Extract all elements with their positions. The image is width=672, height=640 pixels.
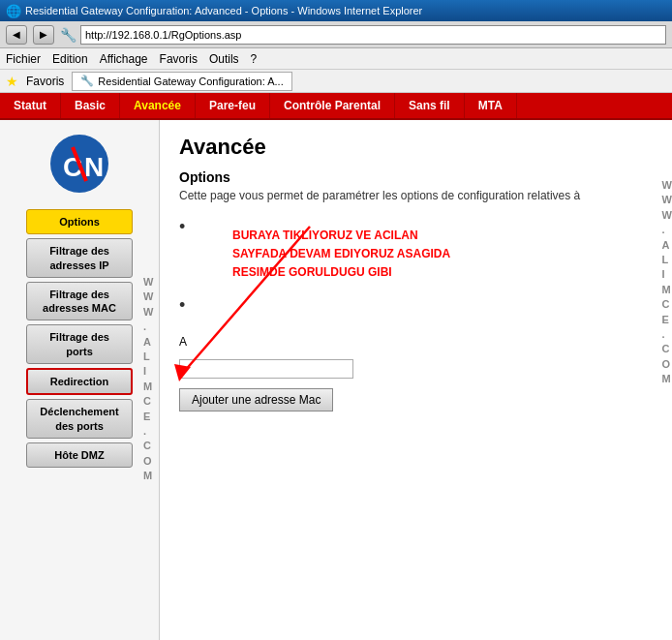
- menu-affichage[interactable]: Affichage: [100, 52, 148, 66]
- back-button[interactable]: ◀: [6, 25, 27, 45]
- mac-address-input[interactable]: [179, 359, 353, 379]
- favorites-star-icon: ★: [6, 74, 18, 89]
- sidebar-btn-filtrage-mac[interactable]: Filtrage des adresses MAC: [26, 282, 133, 321]
- main-content: Avancée Options Cette page vous permet d…: [160, 120, 672, 640]
- favorites-bar: ★ Favoris 🔧 Residential Gateway Configur…: [0, 70, 672, 93]
- address-input[interactable]: [80, 25, 666, 45]
- tab-sans-fil[interactable]: Sans fil: [395, 93, 465, 118]
- menu-fichier[interactable]: Fichier: [6, 52, 41, 66]
- dot-marker-2: •: [179, 295, 653, 316]
- section-title: Options: [179, 169, 653, 185]
- bottom-label: A: [179, 335, 653, 349]
- sidebar-btn-hote-dmz[interactable]: Hôte DMZ: [26, 442, 133, 468]
- menu-help[interactable]: ?: [251, 52, 258, 66]
- svg-text:N: N: [84, 152, 104, 182]
- tab-label: Residential Gateway Configuration: A...: [98, 76, 283, 87]
- bottom-section: A Ajouter une adresse Mac: [179, 335, 653, 411]
- tab-controle-parental[interactable]: Contrôle Parental: [270, 93, 395, 118]
- browser-tab[interactable]: 🔧 Residential Gateway Configuration: A..…: [72, 72, 291, 91]
- tab-icon: 🔧: [80, 75, 94, 87]
- company-logo: C N: [36, 133, 123, 196]
- page-title: Avancée: [179, 135, 653, 160]
- tab-basic[interactable]: Basic: [61, 93, 120, 118]
- ie-logo-icon: 🌐: [6, 4, 21, 18]
- menu-edition[interactable]: Edition: [52, 52, 88, 66]
- menu-bar: Fichier Edition Affichage Favoris Outils…: [0, 48, 672, 70]
- tab-mta[interactable]: MTA: [465, 93, 517, 118]
- sidebar-btn-redirection[interactable]: Redirection: [26, 368, 133, 395]
- forward-button[interactable]: ▶: [33, 25, 54, 45]
- description-text: Cette page vous permet de paramétrer les…: [179, 189, 653, 202]
- tab-avancee[interactable]: Avancée: [120, 93, 196, 118]
- add-mac-button[interactable]: Ajouter une adresse Mac: [179, 388, 333, 411]
- annotation-text: BURAYA TIKLIYORUZ VE ACILAN SAYFADA DEVA…: [232, 227, 450, 283]
- wrench-icon: 🔧: [60, 27, 76, 43]
- title-bar: 🌐 Residential Gateway Configuration: Adv…: [0, 0, 672, 21]
- menu-favoris[interactable]: Favoris: [160, 52, 198, 66]
- sidebar-btn-filtrage-ports[interactable]: Filtrage des ports: [26, 324, 133, 364]
- window-title: Residential Gateway Configuration: Advan…: [25, 5, 422, 16]
- sidebar-btn-declenchement[interactable]: Déclenchement des ports: [26, 399, 133, 439]
- sidebar-btn-options[interactable]: Options: [26, 209, 133, 234]
- logo-area: C N: [31, 130, 128, 198]
- main-layout: C N Options Filtrage des adresses IP Fil…: [0, 120, 672, 640]
- tab-pare-feu[interactable]: Pare-feu: [196, 93, 270, 118]
- watermark-left: WWW.ALIMCE.COM: [143, 275, 153, 483]
- menu-outils[interactable]: Outils: [209, 52, 239, 66]
- nav-tabs: Statut Basic Avancée Pare-feu Contrôle P…: [0, 93, 672, 120]
- tab-statut[interactable]: Statut: [0, 93, 61, 118]
- address-bar: ◀ ▶ 🔧: [0, 21, 672, 48]
- favorites-label[interactable]: Favoris: [26, 75, 64, 88]
- sidebar: C N Options Filtrage des adresses IP Fil…: [0, 120, 160, 640]
- sidebar-btn-filtrage-ip[interactable]: Filtrage des adresses IP: [26, 238, 133, 278]
- watermark-right: WWW.ALIMCE.COM: [662, 178, 672, 386]
